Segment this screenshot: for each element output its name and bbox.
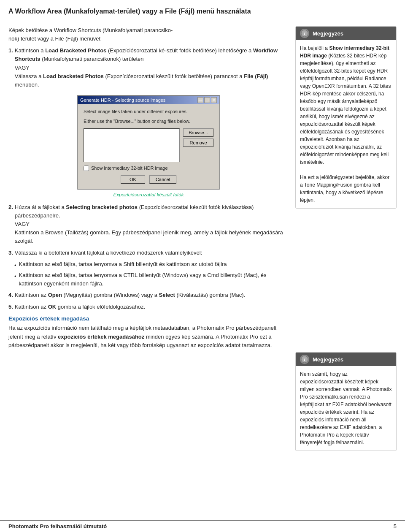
note-box-2: i Megjegyzés Nem számít, hogy az expozíc… [295,352,397,451]
expozicio-heading: Expozíciós értékek megadása [8,315,289,322]
page-header: A Workflow Area (Munkafolyamat-terület) … [0,0,405,23]
note-icon-2: i [300,355,309,364]
vagy-label-1: VAGY [15,65,30,71]
expozicio-text: Ha az expozíciós információ nem találhat… [8,324,289,349]
num-item-2: 2. Húzza át a fájlokat a Selecting brack… [8,203,289,246]
show-intermediary-bold: Show intermediary 32-bit HDR image [300,45,389,59]
dialog-instruction1: Select image files taken under different… [84,109,213,115]
page-title: A Workflow Area (Munkafolyamat-terület) … [8,8,397,15]
dialog-buttons-side: Browse... Remove [183,128,213,162]
dialog-caption: Expozíciósorozattal készült fotók [8,192,289,197]
section3-text: Válassza ki a betölteni kívánt fájlokat … [15,249,202,257]
dialog-ok-button[interactable]: OK [121,175,145,184]
dialog-browse-button[interactable]: Browse... [183,128,213,137]
dialog-minimize-btn[interactable]: — [197,97,203,103]
section-1: 1. Kattintson a Load Bracketed Photos (E… [8,46,289,89]
ok-bold: OK [48,304,57,310]
footer-title: Photomatix Pro felhasználói útmutató [8,523,107,529]
dialog-instruction2: Either use the "Browse..." button or dra… [84,118,213,125]
note-body-2: Nem számít, hogy az expozíciósorozattal … [296,366,396,451]
section4-text: Kattintson az Open (Megnyitás) gombra (W… [15,291,245,299]
num-item-1: 1. Kattintson a Load Bracketed Photos (E… [8,46,289,89]
page-container: A Workflow Area (Munkafolyamat-terület) … [0,0,405,532]
num-label-5: 5. [8,303,13,311]
num-item-3: 3. Válassza ki a betölteni kívánt fájlok… [8,249,289,257]
section-4: 4. Kattintson az Open (Megnyitás) gombra… [8,291,289,299]
vagy-label-2: VAGY [15,221,30,227]
note-title-2: Megjegyzés [313,356,343,363]
note-title-1: Megjegyzés [313,30,343,37]
dialog-container: Generate HDR - Selecting source images —… [8,95,289,190]
note-body-1: Ha bejelöli a Show intermediary 32-bit H… [296,40,396,208]
section-3: 3. Válassza ki a betölteni kívánt fájlok… [8,249,289,288]
dialog-maximize-btn[interactable]: □ [204,97,210,103]
num-label-2: 2. [8,203,13,246]
section-2: 2. Húzza át a fájlokat a Selecting brack… [8,203,289,246]
dialog-file-area: Browse... Remove [84,128,213,162]
left-column: Képek betöltése a Workflow Shortcuts (Mu… [8,26,289,459]
bullet-dot-2: • [14,272,16,288]
page-footer: Photomatix Pro felhasználói útmutató 5 [0,520,405,532]
section2-text: Húzza át a fájlokat a Selecting brackete… [15,203,289,246]
selecting-bold: Selecting bracketed photos [66,204,138,210]
section5-text: Kattintson az OK gombra a fájlok előfeld… [15,303,145,311]
load-bracketed-bold: Load Bracketed Photos [45,47,106,54]
dialog-checkbox[interactable] [84,166,89,171]
section-5: 5. Kattintson az OK gombra a fájlok előf… [8,303,289,311]
dialog-bottom-buttons: OK Cancel [84,175,213,184]
open-bold: Open [48,292,62,298]
num-label-4: 4. [8,291,13,299]
expozicio-bold: expozíciós értékek megadásához [58,334,144,340]
bullet-list: • Kattintson az első fájlra, tartsa leny… [14,260,289,288]
dialog-window: Generate HDR - Selecting source images —… [77,95,220,190]
dialog-remove-button[interactable]: Remove [183,138,213,147]
dialog-titlebar: Generate HDR - Selecting source images —… [78,96,219,104]
num-label-3: 3. [8,249,13,257]
bullet-text-2: Kattintson az első fájlra, tartsa lenyom… [19,271,289,288]
right-column: i Megjegyzés Ha bejelöli a Show intermed… [295,26,397,459]
dialog-file-list[interactable] [84,128,180,162]
load-bracketed2-bold: Load bracketed Photos [43,73,104,79]
intro-text: Képek betöltése a Workflow Shortcuts (Mu… [8,26,289,43]
dialog-body: Select image files taken under different… [78,104,219,189]
note-icon-1: i [300,29,309,38]
note-header-1: i Megjegyzés [296,27,396,40]
bullet-item-1: • Kattintson az első fájlra, tartsa leny… [14,260,289,270]
bullet-dot-1: • [14,261,16,270]
select-bold: Select [159,292,175,298]
note-header-2: i Megjegyzés [296,353,396,366]
dialog-close-btn[interactable]: × [211,97,217,103]
num-item-4: 4. Kattintson az Open (Megnyitás) gombra… [8,291,289,299]
main-content: Képek betöltése a Workflow Shortcuts (Mu… [0,26,405,459]
num-item-5: 5. Kattintson az OK gombra a fájlok előf… [8,303,289,311]
dialog-title: Generate HDR - Selecting source images [80,98,165,103]
footer-page: 5 [394,523,397,529]
dialog-checkbox-label: Show intermediary 32-bit HDR image [91,166,168,171]
dialog-titlebar-buttons: — □ × [197,97,217,103]
num-label-1: 1. [8,46,13,89]
bullet-item-2: • Kattintson az első fájlra, tartsa leny… [14,271,289,288]
note-box-1: i Megjegyzés Ha bejelöli a Show intermed… [295,26,397,209]
bullet-text-1: Kattintson az első fájlra, tartsa lenyom… [19,260,227,270]
dialog-checkbox-row: Show intermediary 32-bit HDR image [84,166,213,171]
section1-text: Kattintson a Load Bracketed Photos (Expo… [15,46,289,89]
dialog-cancel-button[interactable]: Cancel [149,175,176,184]
file-bold: File (Fájl) [244,73,268,79]
